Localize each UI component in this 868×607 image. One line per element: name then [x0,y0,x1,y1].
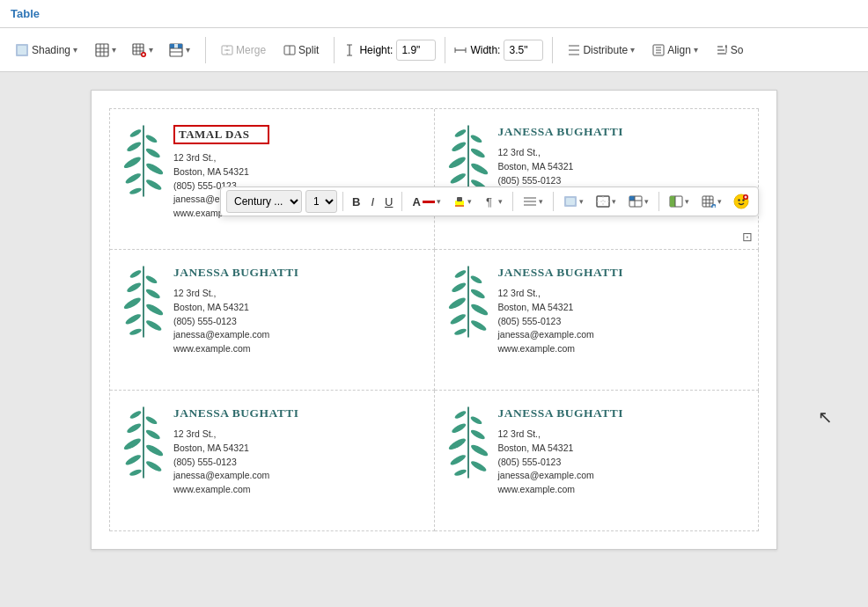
label-name-1: Tamal Das [173,125,269,144]
svg-point-84 [145,178,163,191]
label-content-3: JANESSA BUGHATTI 12 3rd St., Boston, MA … [173,262,298,356]
table-add-icon [132,43,146,57]
svg-point-100 [144,288,161,300]
svg-point-112 [469,302,489,317]
list-button[interactable]: ▾ [519,194,548,209]
highlight-button[interactable]: ▾ [449,194,476,209]
svg-rect-44 [457,197,462,201]
float-sep2 [401,192,402,211]
svg-point-129 [450,422,467,435]
split-button[interactable]: Split [277,40,325,60]
label-address-3: 12 3rd St., Boston, MA 54321 (805) 555-0… [173,287,298,356]
distribute-chevron: ▾ [630,45,635,55]
width-group: Width: [454,40,543,61]
svg-point-89 [450,141,467,153]
text-shading-button[interactable]: ▾ [559,194,588,209]
svg-point-105 [129,327,142,336]
emoji-button[interactable] [730,192,753,211]
svg-point-125 [129,468,142,477]
label-cell-3[interactable]: JANESSA BUGHATTI 12 3rd St., Boston, MA … [110,250,435,391]
svg-point-115 [453,327,467,336]
label-cell-6[interactable]: JANESSA BUGHATTI 12 3rd St., Boston, MA … [435,391,760,531]
table-style-float-button[interactable]: ▾ [624,194,653,209]
font-color-button[interactable]: A ▾ [408,194,445,210]
align-label: Align [667,44,691,56]
sep3 [445,37,445,63]
svg-point-107 [453,269,467,280]
merge-icon [221,44,233,56]
svg-rect-1 [18,46,26,55]
paragraph-color-button[interactable]: ¶ ▾ [480,194,507,209]
width-input[interactable] [504,40,543,61]
title-bar: Table [0,0,868,28]
align-chevron: ▾ [694,45,698,55]
width-icon [454,44,467,56]
svg-point-91 [447,155,467,170]
float-sep3 [512,192,513,211]
font-size-select[interactable]: 12 [305,190,337,213]
table-grid-icon [95,43,109,57]
svg-point-110 [469,288,486,300]
svg-point-80 [144,147,161,159]
bold-button[interactable]: B [349,194,364,210]
border-button[interactable]: ▾ [592,194,621,209]
main-content: Century ... 12 B I U A ▾ ▾ ¶ [0,72,868,607]
svg-rect-17 [174,44,178,48]
underline-button[interactable]: U [381,194,396,210]
label-name-5: JANESSA BUGHATTI [173,406,298,421]
label-address-5: 12 3rd St., Boston, MA 54321 (805) 555-0… [173,428,298,497]
merge-label: Merge [236,44,266,56]
svg-point-118 [144,415,158,426]
text-shading-icon [563,195,577,208]
label-name-2: JANESSA BUGHATTI [498,125,623,139]
svg-point-90 [469,147,486,159]
resize-handle-2[interactable]: ⊡ [742,230,753,244]
distribute-icon [568,44,580,56]
height-input[interactable] [396,40,436,61]
label-cell-1[interactable]: Tamal Das 12 3rd St., Boston, MA 54321 (… [110,109,435,250]
label-content-4: JANESSA BUGHATTI 12 3rd St., Boston, MA … [498,262,623,356]
merge-button[interactable]: Merge [215,40,272,60]
svg-point-102 [144,302,164,317]
split-icon [283,44,296,56]
toolbar: Shading ▾ ▾ [0,28,868,72]
label-cell-5[interactable]: JANESSA BUGHATTI 12 3rd St., Boston, MA … [110,391,435,531]
distribute-button[interactable]: Distribute ▾ [562,40,641,60]
svg-point-108 [469,274,482,285]
svg-point-131 [447,436,467,451]
table-insert-icon [702,195,716,208]
table-grid-button[interactable]: ▾ [89,40,122,61]
shading-label: Shading [32,44,70,56]
distribute-label: Distribute [583,44,628,56]
cell-color-button[interactable]: ▾ [665,194,694,209]
svg-point-101 [122,296,142,311]
svg-point-127 [453,410,467,421]
cell-color-icon [669,195,683,208]
shading-button[interactable]: Shading ▾ [9,40,84,61]
svg-point-117 [129,410,142,421]
svg-point-123 [124,453,142,466]
svg-point-103 [124,312,142,325]
align-button[interactable]: Align ▾ [646,40,704,60]
svg-point-111 [447,296,467,311]
label-content-5: JANESSA BUGHATTI 12 3rd St., Boston, MA … [173,403,298,497]
label-content-6: JANESSA BUGHATTI 12 3rd St., Boston, MA … [498,403,623,497]
table-add-button[interactable]: ▾ [126,40,159,61]
label-cell-4[interactable]: JANESSA BUGHATTI 12 3rd St., Boston, MA … [435,250,760,391]
svg-point-79 [126,141,143,153]
font-family-select[interactable]: Century ... [226,190,302,213]
sort-button[interactable]: So [710,40,750,60]
svg-point-88 [469,134,482,144]
emoji-icon [733,194,749,209]
table-insert-button[interactable]: ▾ [697,194,726,209]
table-grid-chevron: ▾ [112,45,116,55]
svg-point-133 [449,453,467,466]
float-sep4 [553,192,554,211]
height-icon [343,44,356,56]
label-cell-2[interactable]: JANESSA BUGHATTI 12 3rd St., Boston, MA … [435,109,760,250]
svg-point-97 [129,269,142,280]
svg-rect-18 [178,44,182,48]
table-style-button[interactable]: ▾ [163,40,196,61]
shading-icon [15,43,29,57]
italic-button[interactable]: I [367,194,378,210]
